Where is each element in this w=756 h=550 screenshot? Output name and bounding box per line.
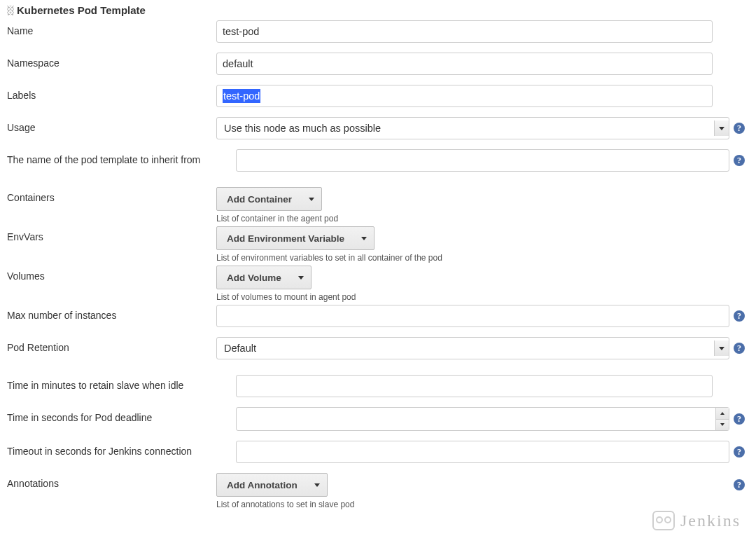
add-annotation-button[interactable]: Add Annotation (216, 473, 328, 497)
row-pod-deadline: Time in seconds for Pod deadline ? (7, 407, 749, 431)
row-labels: Labels test-pod (7, 85, 749, 107)
name-input[interactable] (216, 20, 713, 43)
inherit-input[interactable] (236, 149, 729, 172)
row-usage: Usage Use this node as much as possible … (7, 117, 749, 139)
label-annotations: Annotations (7, 473, 216, 489)
label-usage: Usage (7, 117, 216, 133)
add-env-var-button[interactable]: Add Environment Variable (216, 226, 374, 250)
labels-value-selected: test-pod (223, 89, 260, 103)
label-inherit: The name of the pod template to inherit … (7, 149, 236, 165)
label-pod-retention: Pod Retention (7, 337, 216, 353)
chevron-down-icon (714, 121, 729, 136)
label-labels: Labels (7, 85, 216, 101)
kubernetes-pod-template-form: Kubernetes Pod Template Name Namespace L… (0, 0, 756, 516)
help-icon[interactable]: ? (734, 123, 745, 134)
retain-idle-input[interactable] (236, 375, 713, 397)
hint-annotations: List of annotations to set in slave pod (216, 500, 749, 509)
help-icon[interactable]: ? (734, 155, 745, 166)
label-volumes: Volumes (7, 266, 216, 282)
usage-select[interactable]: Use this node as much as possible (216, 117, 729, 139)
add-container-button[interactable]: Add Container (216, 187, 322, 211)
hint-containers: List of container in the agent pod (216, 214, 749, 224)
help-icon[interactable]: ? (734, 310, 745, 322)
chevron-down-icon (302, 198, 321, 201)
chevron-down-icon (307, 483, 327, 487)
row-annotations: Annotations Add Annotation ? (7, 473, 749, 497)
chevron-down-icon (354, 237, 374, 240)
pod-deadline-input[interactable] (237, 408, 715, 430)
row-max-instances: Max number of instances ? (7, 305, 749, 327)
help-icon[interactable]: ? (734, 343, 745, 354)
namespace-input[interactable] (216, 53, 713, 75)
labels-input[interactable]: test-pod (216, 85, 713, 107)
label-retain-idle: Time in minutes to retain slave when idl… (7, 375, 236, 391)
row-volumes: Volumes Add Volume (7, 266, 749, 289)
label-max-instances: Max number of instances (7, 305, 216, 321)
label-pod-deadline: Time in seconds for Pod deadline (7, 407, 236, 423)
hint-envvars: List of environment variables to set in … (216, 253, 749, 263)
section-title: Kubernetes Pod Template (17, 4, 146, 16)
pod-retention-value: Default (223, 343, 258, 354)
stepper-down-button[interactable] (716, 420, 729, 431)
row-envvars: EnvVars Add Environment Variable (7, 226, 749, 250)
row-jenkins-timeout: Timeout in seconds for Jenkins connectio… (7, 441, 749, 463)
usage-select-value: Use this node as much as possible (223, 123, 382, 134)
label-jenkins-timeout: Timeout in seconds for Jenkins connectio… (7, 441, 236, 457)
label-namespace: Namespace (7, 53, 216, 69)
row-namespace: Namespace (7, 53, 749, 75)
row-inherit: The name of the pod template to inherit … (7, 149, 749, 172)
label-name: Name (7, 20, 216, 36)
max-instances-input[interactable] (216, 305, 729, 327)
help-icon[interactable]: ? (734, 479, 745, 490)
hint-volumes: List of volumes to mount in agent pod (216, 292, 749, 302)
chevron-down-icon (714, 341, 729, 356)
label-envvars: EnvVars (7, 226, 216, 242)
chevron-down-icon (291, 276, 311, 280)
section-header: Kubernetes Pod Template (7, 4, 749, 16)
help-icon[interactable]: ? (734, 446, 745, 458)
jenkins-timeout-input[interactable] (236, 441, 729, 463)
pod-deadline-stepper[interactable] (236, 407, 729, 431)
drag-handle-icon[interactable] (7, 6, 14, 15)
pod-retention-select[interactable]: Default (216, 337, 729, 359)
row-retain-idle: Time in minutes to retain slave when idl… (7, 375, 749, 397)
stepper-up-button[interactable] (716, 408, 729, 420)
row-containers: Containers Add Container (7, 187, 749, 211)
label-containers: Containers (7, 187, 216, 203)
help-icon[interactable]: ? (734, 413, 745, 425)
arrow-down-icon (720, 423, 724, 426)
row-pod-retention: Pod Retention Default ? (7, 337, 749, 359)
add-volume-button[interactable]: Add Volume (216, 266, 312, 289)
row-name: Name (7, 20, 749, 43)
arrow-up-icon (720, 412, 724, 415)
